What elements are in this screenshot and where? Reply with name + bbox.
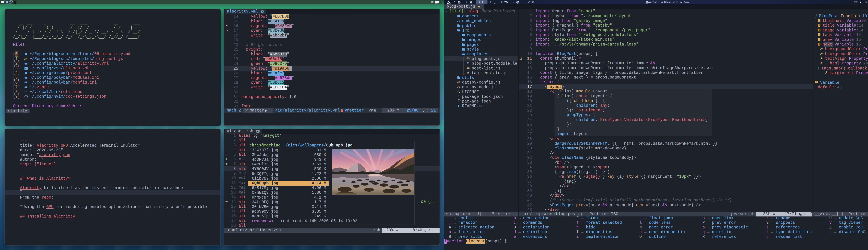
svg-text:N: N — [800, 214, 802, 216]
svg-text:N: N — [423, 111, 424, 112]
svg-text:N: N — [425, 230, 426, 232]
